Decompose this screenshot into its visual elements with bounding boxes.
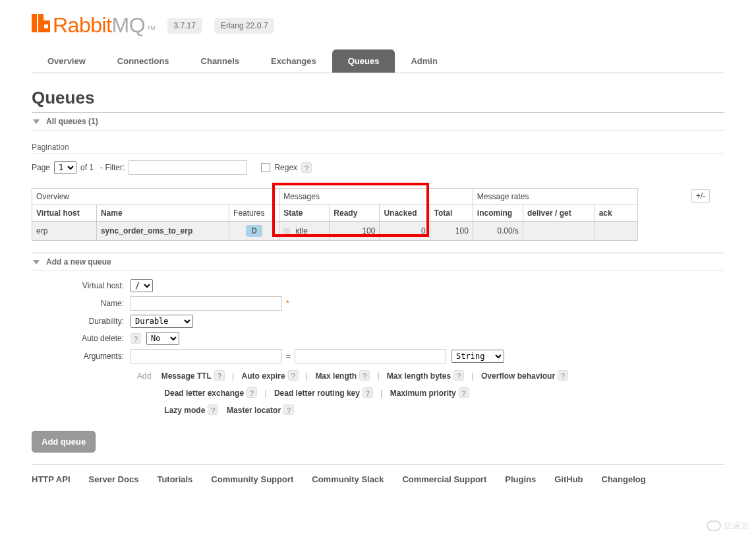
hint-overflow-behaviour[interactable]: Overflow behaviour — [481, 371, 555, 381]
table-row[interactable]: erp sync_order_oms_to_erp D idle 100 0 1… — [32, 222, 638, 241]
tab-connections[interactable]: Connections — [102, 49, 185, 73]
add-queue-button[interactable]: Add queue — [32, 431, 96, 453]
tab-admin[interactable]: Admin — [395, 49, 453, 73]
logo-text-1: Rabbit — [53, 13, 112, 38]
regex-checkbox[interactable] — [261, 163, 270, 172]
col-ready[interactable]: Ready — [330, 205, 380, 222]
hint-max-length[interactable]: Max length — [315, 371, 357, 381]
hints-add-label: Add — [137, 371, 151, 381]
hint-help[interactable]: ? — [558, 370, 568, 381]
label-arguments: Arguments: — [32, 352, 131, 361]
filter-input[interactable] — [129, 160, 247, 175]
col-unacked[interactable]: Unacked — [380, 205, 430, 222]
hint-help[interactable]: ? — [363, 387, 373, 398]
cell-incoming: 0.00/s — [473, 222, 523, 241]
autodelete-help[interactable]: ? — [131, 333, 141, 344]
hint-help[interactable]: ? — [247, 387, 257, 398]
tab-queues[interactable]: Queues — [332, 49, 395, 73]
state-dot-icon — [283, 228, 290, 235]
footer-plugins[interactable]: Plugins — [505, 474, 536, 484]
hint-max-priority[interactable]: Maximum priority — [390, 389, 456, 398]
logo: RabbitMQ™ — [32, 13, 156, 38]
logo-text-2: MQ — [112, 13, 146, 38]
page-of-label: of 1 — [80, 163, 94, 172]
col-total[interactable]: Total — [430, 205, 473, 222]
hint-dlrk[interactable]: Dead letter routing key — [274, 389, 360, 398]
argument-value-input[interactable] — [295, 349, 446, 363]
autodelete-select[interactable]: No — [146, 332, 179, 345]
tab-channels[interactable]: Channels — [185, 49, 256, 73]
pagination-heading: Pagination — [32, 142, 724, 154]
col-deliver[interactable]: deliver / get — [523, 205, 595, 222]
cell-total: 100 — [430, 222, 473, 241]
cell-state: idle — [279, 222, 330, 241]
hint-master-locator[interactable]: Master locator — [227, 406, 281, 415]
rabbitmq-icon — [32, 14, 50, 32]
tab-overview[interactable]: Overview — [32, 49, 102, 73]
argument-type-select[interactable]: String — [451, 350, 504, 363]
cell-features: D — [229, 222, 279, 241]
section-add-queue[interactable]: Add a new queue — [32, 253, 724, 271]
col-name[interactable]: Name — [96, 205, 229, 222]
col-vhost[interactable]: Virtual host — [32, 205, 97, 222]
required-marker: * — [286, 299, 289, 308]
regex-help[interactable]: ? — [301, 162, 312, 173]
footer-server-docs[interactable]: Server Docs — [89, 474, 139, 484]
cell-ready: 100 — [330, 222, 380, 241]
durability-select[interactable]: Durable — [131, 315, 193, 328]
col-incoming[interactable]: incoming — [473, 205, 523, 222]
hint-help[interactable]: ? — [214, 370, 225, 381]
chevron-down-icon — [33, 119, 40, 124]
col-features[interactable]: Features — [229, 205, 279, 222]
hint-help[interactable]: ? — [359, 370, 370, 381]
vhost-select[interactable]: / — [131, 279, 153, 292]
hint-help[interactable]: ? — [453, 370, 464, 381]
footer-github[interactable]: GitHub — [554, 474, 583, 484]
hint-help[interactable]: ? — [459, 387, 469, 398]
page-title: Queues — [32, 88, 724, 108]
svg-rect-3 — [44, 24, 48, 28]
columns-toggle[interactable]: +/- — [691, 189, 710, 203]
footer-links: HTTP API Server Docs Tutorials Community… — [32, 464, 724, 493]
hint-lazy-mode[interactable]: Lazy mode — [164, 406, 205, 415]
footer-changelog[interactable]: Changelog — [602, 474, 646, 484]
hint-help[interactable]: ? — [288, 370, 299, 381]
argument-hints: Add Message TTL? | Auto expire? | Max le… — [137, 367, 724, 419]
argument-eq: = — [286, 352, 291, 361]
hint-help[interactable]: ? — [283, 404, 294, 415]
nav-tabs: Overview Connections Channels Exchanges … — [32, 49, 724, 73]
argument-key-input[interactable] — [131, 349, 282, 363]
header-row: RabbitMQ™ 3.7.17 Erlang 22.0.7 — [32, 13, 724, 38]
label-durability: Durability: — [32, 317, 131, 326]
hint-auto-expire[interactable]: Auto expire — [242, 371, 285, 381]
section-all-queues[interactable]: All queues (1) — [32, 112, 724, 131]
footer-community-support[interactable]: Community Support — [211, 474, 293, 484]
tab-exchanges[interactable]: Exchanges — [255, 49, 332, 73]
hint-message-ttl[interactable]: Message TTL — [161, 371, 212, 381]
cell-ack — [595, 222, 637, 241]
col-group-rates: Message rates — [473, 189, 637, 205]
feature-badge-d: D — [246, 225, 262, 237]
col-state[interactable]: State — [279, 205, 330, 222]
footer-commercial-support[interactable]: Commercial Support — [402, 474, 486, 484]
cell-name[interactable]: sync_order_oms_to_erp — [96, 222, 229, 241]
col-group-messages: Messages — [279, 189, 473, 205]
version-badge: 3.7.17 — [167, 18, 202, 34]
hint-dlx[interactable]: Dead letter exchange — [164, 389, 244, 398]
footer-tutorials[interactable]: Tutorials — [157, 474, 192, 484]
name-input[interactable] — [131, 296, 282, 311]
hint-max-length-bytes[interactable]: Max length bytes — [387, 371, 451, 381]
add-queue-title: Add a new queue — [46, 257, 111, 267]
page-select[interactable]: 1 — [54, 161, 76, 174]
regex-label: Regex — [274, 163, 297, 172]
queues-table: Overview Messages Message rates Virtual … — [32, 188, 638, 241]
hint-help[interactable]: ? — [208, 404, 218, 415]
footer-http-api[interactable]: HTTP API — [32, 474, 71, 484]
cell-vhost: erp — [32, 222, 97, 241]
footer-community-slack[interactable]: Community Slack — [312, 474, 384, 484]
erlang-badge: Erlang 22.0.7 — [214, 18, 274, 34]
col-ack[interactable]: ack — [595, 205, 637, 222]
cell-unacked: 0 — [380, 222, 430, 241]
chevron-down-icon — [33, 260, 40, 265]
filter-label: - Filter: — [100, 163, 125, 172]
